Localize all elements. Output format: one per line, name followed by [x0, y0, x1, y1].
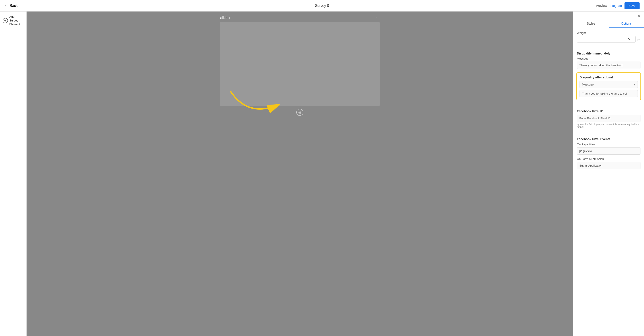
on-form-submission-value: SubmitApplication	[577, 162, 640, 169]
add-survey-element-button[interactable]: + Add Survey Element	[3, 15, 24, 26]
add-survey-label: Add Survey Element	[9, 15, 24, 26]
panel-close-button[interactable]: ✕	[638, 14, 641, 18]
message-dropdown[interactable]: Message ▾	[580, 81, 638, 88]
back-label: Back	[10, 4, 18, 8]
slide-container: Slide 1 ··· ⊕	[216, 11, 384, 119]
survey-title: Survey 0	[315, 4, 329, 8]
preview-button[interactable]: Preview	[596, 4, 607, 7]
facebook-pixel-helper: Ignore this field if you plan to use thi…	[577, 123, 640, 128]
facebook-pixel-events-section: Facebook Pixel Events On Page View pageV…	[577, 137, 640, 169]
disqualify-immediately-section: Disqualify Immediately Message Thank you…	[577, 52, 640, 69]
panel-close-row: ✕	[573, 11, 644, 19]
panel-tabs: Styles Options	[573, 19, 644, 28]
facebook-pixel-events-label: Facebook Pixel Events	[577, 137, 640, 141]
facebook-pixel-id-section: Facebook Pixel ID Ignore this field if y…	[577, 109, 640, 128]
add-slide-icon: ⊕	[296, 109, 304, 116]
disqualify-immediately-message-value: Thank you for taking the time to col	[577, 61, 640, 69]
weight-unit: px	[637, 38, 640, 41]
facebook-pixel-id-input[interactable]	[577, 115, 640, 122]
disqualify-after-submit-label: Disqualify after submit	[580, 75, 638, 79]
tab-options[interactable]: Options	[609, 19, 644, 28]
slide-more-button[interactable]: ···	[376, 15, 380, 20]
weight-input[interactable]	[577, 36, 636, 42]
right-panel: ✕ Styles Options Weight px Disqualify Im…	[573, 11, 644, 336]
divider-3	[577, 133, 640, 133]
back-button[interactable]: ← Back	[4, 4, 18, 8]
on-form-submission-label: On Form Submission	[577, 157, 640, 161]
on-form-submission-group: On Form Submission SubmitApplication	[577, 157, 640, 169]
slide-canvas[interactable]	[220, 22, 380, 106]
disqualify-after-submit-message-value: Thank you for taking the time to col	[580, 90, 638, 97]
slide-header: Slide 1 ···	[220, 15, 380, 20]
integrate-button[interactable]: Integrate	[610, 4, 622, 7]
left-sidebar: + Add Survey Element	[0, 11, 26, 336]
tab-styles[interactable]: Styles	[573, 19, 609, 28]
weight-label: Weight	[577, 31, 640, 34]
weight-field-row: px	[577, 36, 640, 42]
main-layout: + Add Survey Element Slide 1 ··· ⊕	[0, 11, 644, 336]
message-dropdown-label: Message	[582, 83, 594, 86]
header: ← Back Survey 0 Preview Integrate Save	[0, 0, 644, 11]
header-actions: Preview Integrate Save	[596, 2, 640, 9]
add-slide-button[interactable]: ⊕	[220, 109, 380, 116]
slide-title: Slide 1	[220, 16, 230, 19]
save-button[interactable]: Save	[624, 2, 640, 9]
facebook-pixel-id-label: Facebook Pixel ID	[577, 109, 640, 113]
chevron-down-icon: ▾	[634, 83, 635, 86]
on-page-view-group: On Page View pageView	[577, 143, 640, 155]
plus-icon: +	[3, 18, 8, 23]
disqualify-immediately-label: Disqualify Immediately	[577, 52, 640, 55]
canvas-area: Slide 1 ··· ⊕	[26, 11, 573, 336]
divider-1	[577, 47, 640, 47]
back-arrow-icon: ←	[4, 4, 8, 8]
divider-2	[577, 105, 640, 105]
on-page-view-label: On Page View	[577, 143, 640, 146]
weight-section: Weight px	[577, 31, 640, 42]
disqualify-immediately-message-label: Message	[577, 57, 640, 60]
on-page-view-value: pageView	[577, 147, 640, 155]
panel-content: Weight px Disqualify Immediately Message…	[573, 28, 644, 172]
disqualify-after-submit-section: Disqualify after submit Message ▾ Thank …	[576, 72, 641, 100]
